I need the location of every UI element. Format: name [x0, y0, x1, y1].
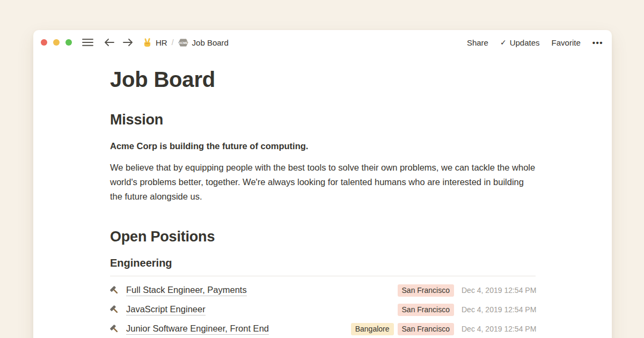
favorite-button[interactable]: Favorite [552, 38, 581, 47]
minimize-window-button[interactable] [53, 39, 60, 46]
breadcrumb-workspace[interactable]: HR [156, 38, 167, 47]
back-arrow-icon[interactable] [103, 38, 116, 47]
job-tags: Bangalore San Francisco [351, 323, 454, 335]
share-button[interactable]: Share [467, 38, 488, 47]
acme-badge-icon: ACME [178, 38, 188, 47]
hammer-icon [110, 285, 120, 295]
open-positions-heading: Open Positions [110, 229, 536, 245]
mission-body: We believe that by equipping people with… [110, 160, 536, 204]
check-icon: ✓ [500, 38, 507, 47]
job-date: Dec 4, 2019 12:54 PM [462, 286, 536, 295]
breadcrumb-page[interactable]: Job Board [192, 38, 229, 47]
app-window: HR / ACME Job Board Share ✓ Updates Favo… [33, 30, 612, 338]
mission-heading: Mission [110, 112, 536, 128]
history-nav [103, 38, 135, 47]
updates-button[interactable]: ✓ Updates [500, 38, 540, 47]
window-controls [41, 39, 72, 46]
job-date: Dec 4, 2019 12:54 PM [462, 305, 536, 314]
job-link[interactable]: Junior Software Engineer, Front End [126, 324, 269, 335]
hammer-icon [110, 305, 120, 314]
forward-arrow-icon[interactable] [121, 38, 135, 47]
location-tag: Bangalore [351, 323, 394, 335]
location-tag: San Francisco [398, 323, 454, 335]
zoom-window-button[interactable] [65, 39, 72, 46]
location-tag: San Francisco [398, 304, 454, 316]
hammer-icon [110, 324, 120, 334]
job-link[interactable]: JavaScript Engineer [126, 304, 206, 315]
more-options-button[interactable]: ••• [592, 38, 603, 47]
job-row: JavaScript Engineer San Francisco Dec 4,… [110, 300, 536, 319]
close-window-button[interactable] [41, 39, 47, 46]
job-link[interactable]: Full Stack Engineer, Payments [126, 285, 247, 296]
job-row: Junior Software Engineer, Front End Bang… [110, 319, 536, 338]
sidebar-menu-icon[interactable] [80, 38, 95, 47]
job-list: Full Stack Engineer, Payments San Franci… [110, 281, 536, 338]
topbar-actions: Share ✓ Updates Favorite ••• [467, 38, 603, 47]
mission-lead: Acme Corp is building the future of comp… [110, 139, 536, 153]
svg-text:ACME: ACME [179, 41, 188, 44]
job-row: Full Stack Engineer, Payments San Franci… [110, 281, 536, 300]
breadcrumb-separator: / [172, 38, 174, 47]
job-tags: San Francisco [398, 284, 454, 297]
job-tags: San Francisco [398, 304, 454, 316]
page-content: Job Board Mission Acme Corp is building … [33, 67, 612, 338]
engineering-group-heading: Engineering [110, 257, 536, 276]
page-title: Job Board [110, 67, 536, 92]
window-topbar: HR / ACME Job Board Share ✓ Updates Favo… [33, 30, 612, 53]
breadcrumb: HR / ACME Job Board [143, 38, 229, 47]
victory-hand-icon [143, 38, 152, 47]
job-date: Dec 4, 2019 12:54 PM [462, 325, 536, 333]
location-tag: San Francisco [398, 284, 454, 297]
